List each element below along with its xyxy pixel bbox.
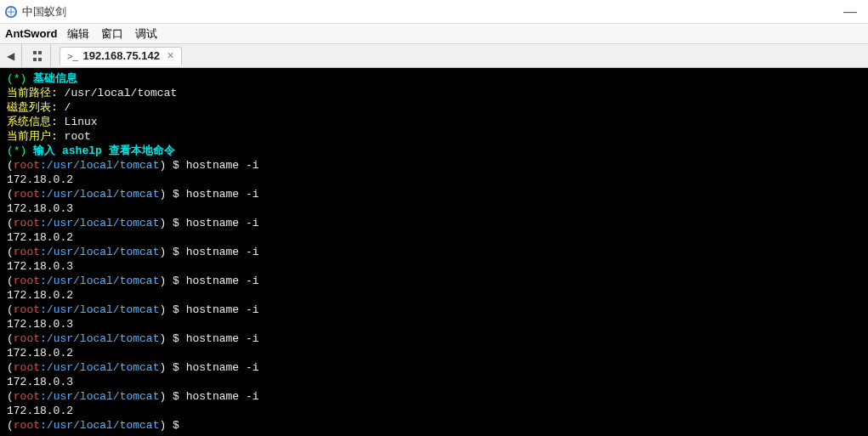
tab-close-button[interactable]: ✕ (167, 50, 174, 61)
tab-grid-button[interactable] (22, 44, 51, 67)
terminal-icon: >_ (67, 51, 78, 61)
brand-label: AntSword (5, 27, 57, 40)
tab-shell[interactable]: >_ 192.168.75.142 ✕ (60, 47, 182, 65)
minimize-button[interactable]: — (837, 4, 863, 20)
tab-nav-back[interactable]: ◀ (0, 44, 22, 67)
grid-icon (32, 50, 41, 62)
tab-strip: ◀ >_ 192.168.75.142 ✕ (0, 44, 868, 68)
menu-debug[interactable]: 调试 (135, 26, 157, 42)
menu-bar: AntSword 编辑 窗口 调试 (0, 24, 868, 44)
tab-label: 192.168.75.142 (83, 49, 160, 62)
title-bar: 中国蚁剑 — (0, 0, 868, 24)
terminal-output[interactable]: (*) 基础信息当前路径: /usr/local/tomcat磁盘列表: /系统… (0, 68, 868, 436)
menu-window[interactable]: 窗口 (101, 26, 123, 42)
window-title: 中国蚁剑 (22, 4, 837, 20)
app-icon (5, 6, 17, 18)
menu-edit[interactable]: 编辑 (67, 26, 89, 42)
